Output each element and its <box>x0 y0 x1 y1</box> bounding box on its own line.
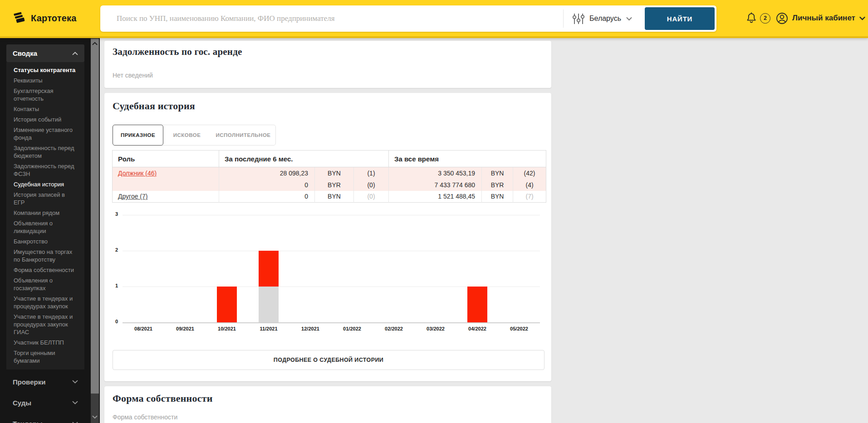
tab-iskovoe[interactable]: ИСКОВОЕ <box>163 125 211 145</box>
brand-logo[interactable]: Картотека <box>12 0 77 36</box>
top-header: Картотека Беларусь <box>0 0 868 38</box>
chart-bar <box>217 287 237 322</box>
sidebar-item[interactable]: Участие в тендерах и процедурах закупок <box>6 293 84 311</box>
ownership-card: Форма собственности Форма собственности <box>104 386 551 423</box>
sidebar-scrollbar[interactable] <box>91 38 99 423</box>
sidebar-item[interactable]: Контакты <box>6 104 84 114</box>
sidebar-item[interactable]: Имущество на торгах по Банкротству <box>6 247 84 265</box>
scroll-down-button[interactable] <box>91 413 99 421</box>
chart-bar <box>259 251 279 287</box>
sidebar-item[interactable]: История записей в ЕГР <box>6 190 84 208</box>
sidebar-item[interactable]: Объявления о ликвидации <box>6 218 84 236</box>
court-history-more-button[interactable]: ПОДРОБНЕЕ О СУДЕБНОЙ ИСТОРИИ <box>113 350 544 370</box>
sidebar-item[interactable]: Участие в тендерах и процедурах закупок … <box>6 311 84 337</box>
sidebar-item[interactable]: Судебная история <box>6 179 84 190</box>
court-history-card: Судебная история ПРИКАЗНОЕ ИСКОВОЕ ИСПОЛ… <box>104 93 551 381</box>
table-cell: (7) <box>513 191 546 203</box>
role-link[interactable]: Должник (46) <box>118 170 157 177</box>
table-cell: 1 521 488,45 <box>389 191 482 203</box>
tab-ispolnitelnoe[interactable]: ИСПОЛНИТЕЛЬНОЕ <box>211 125 275 145</box>
chart-xtick: 01/2022 <box>331 326 373 331</box>
card-title: Задолженность по гос. аренде <box>113 46 242 58</box>
table-cell: BYR <box>315 179 354 191</box>
sidebar-item[interactable]: Компании рядом <box>6 208 84 218</box>
scroll-up-button[interactable] <box>91 40 99 47</box>
court-history-tabs: ПРИКАЗНОЕ ИСКОВОЕ ИСПОЛНИТЕЛЬНОЕ <box>113 125 276 146</box>
sidebar-section-tenders[interactable]: Тендеры <box>6 415 84 423</box>
sidebar-item[interactable]: История событий <box>6 114 84 125</box>
table-cell: (1) <box>354 167 389 179</box>
col-last6: За последние 6 мес. <box>219 151 389 167</box>
chart-gridline <box>123 215 540 215</box>
sidebar-section-courts[interactable]: Суды <box>6 394 84 411</box>
region-label: Беларусь <box>589 15 621 23</box>
chevron-down-icon <box>72 380 78 384</box>
sidebar-submenu: Статусы контрагентаРеквизитыБухгалтерска… <box>6 62 84 370</box>
sidebar-item[interactable]: Форма собственности <box>6 265 84 275</box>
search-button[interactable]: НАЙТИ <box>645 7 715 30</box>
table-cell: BYR <box>482 179 513 191</box>
region-selector[interactable]: Беларусь <box>564 13 641 25</box>
bell-icon <box>746 12 757 24</box>
chart-ytick: 3 <box>104 211 118 217</box>
chart-gridline <box>123 322 540 323</box>
account-menu[interactable]: Личный кабинет <box>776 0 865 36</box>
table-cell: (4) <box>513 179 546 191</box>
chart-bar <box>259 287 279 322</box>
table-cell: 28 098,23 <box>219 167 315 179</box>
role-cell: Другое (7) <box>113 191 219 203</box>
sidebar-item[interactable]: Банкротство <box>6 236 84 247</box>
search-bar: Беларусь НАЙТИ <box>100 5 716 32</box>
chevron-down-icon <box>859 16 865 20</box>
chevron-down-icon <box>72 401 78 404</box>
table-cell: 0 <box>219 179 315 191</box>
table-cell: (0) <box>354 179 389 191</box>
notifications[interactable]: 2 <box>746 0 770 36</box>
chart-xtick: 08/2021 <box>123 326 164 331</box>
table-cell: (42) <box>513 167 546 179</box>
scrollbar-thumb[interactable] <box>91 39 99 394</box>
court-table: Роль За последние 6 мес. За все время До… <box>112 150 546 203</box>
search-input[interactable] <box>100 5 563 32</box>
filters-icon <box>573 13 584 25</box>
section-label: Суды <box>13 399 31 407</box>
sidebar-section-inspections[interactable]: Проверки <box>6 373 84 390</box>
chevron-down-icon <box>626 17 632 21</box>
chevron-up-icon <box>72 52 78 55</box>
sidebar-item[interactable]: Задолженность перед бюджетом <box>6 143 84 161</box>
chart-xtick: 09/2021 <box>164 326 206 331</box>
ownership-label: Форма собственности <box>113 413 177 421</box>
sidebar: Сводка Статусы контрагентаРеквизитыБухга… <box>0 38 100 423</box>
user-icon <box>776 12 788 24</box>
sidebar-item[interactable]: Изменение уставного фонда <box>6 125 84 143</box>
table-cell: 0 <box>219 191 315 203</box>
table-cell: BYN <box>482 191 513 203</box>
sidebar-item[interactable]: Задолженность перед ФСЗН <box>6 161 84 179</box>
sidebar-item[interactable]: Реквизиты <box>6 75 84 86</box>
notification-badge: 2 <box>760 13 770 24</box>
section-label: Сводка <box>13 49 37 57</box>
sidebar-item[interactable]: Объявления о госзакупках <box>6 275 84 293</box>
main-content: Задолженность по гос. аренде Нет сведени… <box>100 38 868 423</box>
section-label: Тендеры <box>13 420 43 423</box>
sidebar-item[interactable]: Статусы контрагента <box>6 65 84 75</box>
chart-xtick: 02/2022 <box>373 326 415 331</box>
sidebar-section-summary[interactable]: Сводка <box>6 44 84 62</box>
brand-name: Картотека <box>31 13 77 24</box>
chart-ytick: 2 <box>104 247 118 253</box>
tab-prikaznoe[interactable]: ПРИКАЗНОЕ <box>113 125 163 146</box>
chart-xtick: 10/2021 <box>206 326 248 331</box>
sidebar-item[interactable]: Бухгалтерская отчетность <box>6 86 84 104</box>
empty-state-text: Нет сведений <box>113 72 153 79</box>
chart-ytick: 0 <box>104 319 118 324</box>
sidebar-item[interactable]: Участник БЕЛТПП <box>6 337 84 348</box>
sidebar-item[interactable]: Торги ценными бумагами <box>6 348 84 366</box>
role-cell: Должник (46) <box>113 167 219 179</box>
section-label: Проверки <box>13 378 45 386</box>
role-link[interactable]: Другое (7) <box>118 193 147 200</box>
card-title: Судебная история <box>113 100 195 112</box>
rent-debt-card: Задолженность по гос. аренде Нет сведени… <box>104 41 551 88</box>
table-cell: (0) <box>354 191 389 203</box>
col-role: Роль <box>113 151 219 167</box>
chart-xtick: 03/2022 <box>415 326 456 331</box>
